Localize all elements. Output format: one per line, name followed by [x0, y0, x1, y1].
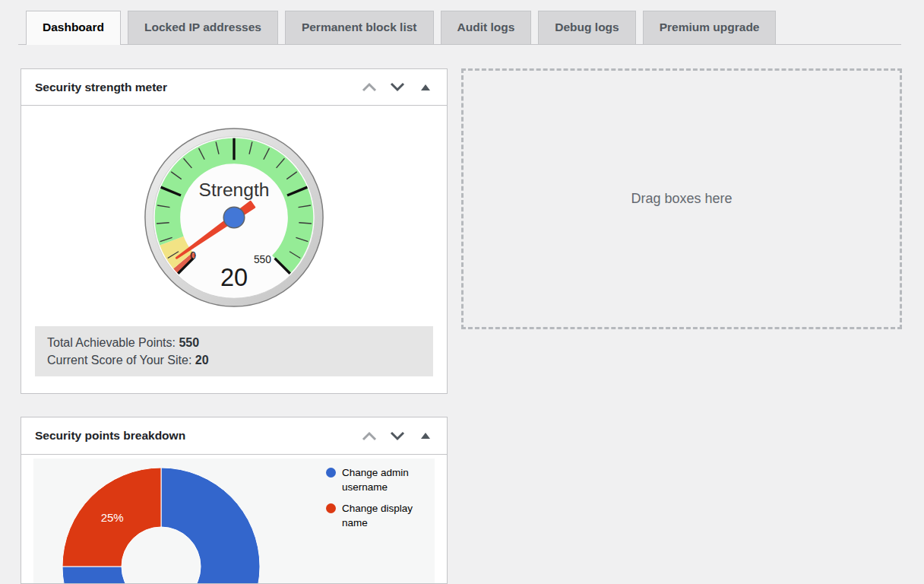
collapse-toggle-button[interactable] — [415, 425, 436, 446]
metabox-header-breakdown[interactable]: Security points breakdown — [21, 417, 447, 455]
metabox-controls — [359, 425, 436, 446]
move-up-button[interactable] — [359, 425, 380, 446]
current-score-value: 20 — [195, 354, 209, 367]
security-strength-gauge: Strength055020 — [141, 124, 328, 311]
chart-legend: Change admin username Change display nam… — [326, 465, 435, 537]
panel-title: Security strength meter — [35, 81, 359, 94]
breakdown-chart-area: 25% Change admin username Change display… — [33, 459, 435, 584]
tab-permanent-block-list[interactable]: Permanent block list — [285, 11, 434, 44]
triangle-up-icon — [421, 84, 430, 90]
gauge-max-label: 550 — [254, 254, 271, 265]
tab-premium-upgrade[interactable]: Premium upgrade — [643, 11, 777, 44]
legend-swatch-blue — [326, 468, 336, 478]
tab-dashboard[interactable]: Dashboard — [26, 11, 121, 45]
tab-locked-ip-addresses[interactable]: Locked IP addresses — [128, 11, 278, 44]
total-points-line: Total Achievable Points: 550 — [47, 334, 421, 351]
gauge-hub — [223, 207, 245, 228]
collapse-toggle-button[interactable] — [415, 77, 436, 98]
total-points-value: 550 — [179, 336, 199, 349]
triangle-up-icon — [421, 433, 430, 439]
dropzone-label: Drag boxes here — [631, 191, 732, 207]
tab-bar: Dashboard Locked IP addresses Permanent … — [18, 0, 901, 45]
move-up-button[interactable] — [359, 77, 380, 98]
move-down-button[interactable] — [387, 77, 408, 98]
gauge-title: Strength — [199, 179, 270, 200]
metabox-dropzone[interactable]: Drag boxes here — [461, 68, 902, 329]
gauge-value: 20 — [220, 264, 248, 291]
gauge-min-label: 0 — [190, 250, 196, 262]
metabox-header-strength[interactable]: Security strength meter — [21, 69, 447, 106]
security-points-breakdown-panel: Security points breakdown 25% Change adm… — [21, 417, 448, 584]
score-summary-box: Total Achievable Points: 550 Current Sco… — [35, 326, 433, 376]
legend-item-change-display-name: Change display name — [326, 501, 435, 530]
chevron-up-icon — [361, 431, 378, 441]
chevron-down-icon — [389, 431, 406, 441]
panel-title: Security points breakdown — [35, 429, 359, 443]
metabox-controls — [359, 77, 436, 98]
chevron-up-icon — [361, 82, 378, 92]
legend-item-change-admin-username: Change admin username — [326, 465, 435, 494]
slice-pct-label: 25% — [101, 511, 124, 524]
chevron-down-icon — [389, 82, 406, 92]
security-strength-meter-panel: Security strength meter Strength055020 T… — [21, 68, 448, 394]
legend-swatch-red — [326, 503, 336, 513]
tab-debug-logs[interactable]: Debug logs — [538, 11, 635, 44]
tab-audit-logs[interactable]: Audit logs — [441, 11, 532, 44]
current-score-line: Current Score of Your Site: 20 — [47, 351, 421, 369]
move-down-button[interactable] — [387, 425, 408, 446]
